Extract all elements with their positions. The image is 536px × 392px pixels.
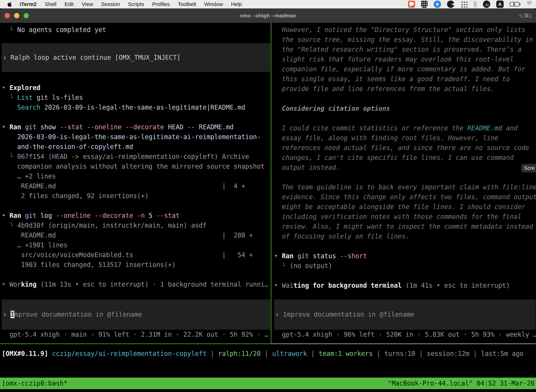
pane-divider[interactable] (271, 23, 271, 344)
terminal-line: and-the-erosion-of-copyleft.md (2, 142, 271, 152)
lightning-badge-icon[interactable] (434, 0, 441, 8)
badge-61-icon[interactable]: ..61 (483, 0, 490, 8)
tmux-session-label: [omx-cczip0:bash* (2, 378, 67, 389)
omx-status-line: [OMX#0.11.9] cczip/essay/ai-reimplementa… (2, 349, 523, 359)
menu-item-scripts[interactable]: Scripts (128, 1, 144, 7)
terminal-line: • Explored (2, 83, 271, 93)
terminal-line: companion file, especially if more comme… (274, 64, 536, 74)
terminal-line: gpt-5.4 xhigh · 96% left · 520K in · 5.8… (274, 330, 536, 340)
terminal-line: … +2 lines (2, 171, 271, 181)
terminal-line: references need actual files, and since … (274, 143, 536, 153)
terminal-line: 2026-03-09-is-legal-the-same-as-legitima… (2, 132, 271, 142)
terminal-line: … +1901 lines (2, 240, 271, 250)
blank-line (2, 112, 271, 122)
menu-item-help[interactable]: Help (231, 1, 242, 7)
menu-item-iterm2[interactable]: iTerm2 (20, 1, 37, 7)
terminal-line: src/voice/voiceModeEnabled.ts | 54 + (2, 250, 271, 260)
terminal-line: • Working (11m 13s • esc to interrupt) ·… (2, 280, 271, 289)
terminal-line: might be acceptable alongside the file l… (274, 202, 536, 212)
blank-line (274, 173, 536, 182)
ralph-loop-banner: › Ralph loop active continue [OMX_TMUX_I… (3, 53, 270, 62)
tmux-status-bar: [omx-cczip0:bash* "MacBook-Pro-44.local"… (0, 378, 536, 389)
menu-item-shell[interactable]: Shell (45, 1, 57, 7)
terminal-line: companion analysis without altering the … (2, 162, 271, 171)
blank-line (2, 270, 271, 280)
letter-a-app-icon[interactable]: A (496, 0, 504, 8)
pane-border-left-active (0, 344, 271, 344)
terminal-line: • Ran git status --short (274, 251, 536, 261)
tmux-pane-right[interactable]: However, I noticed the "Directory Struct… (274, 23, 536, 344)
terminal-line: changes, I can't cite specific file line… (274, 153, 536, 163)
chat-app-icon[interactable] (408, 1, 415, 8)
screen-share-overlay[interactable]: Scre (521, 164, 536, 172)
terminal-line: 2 files changed, 92 insertions(+) (2, 191, 271, 201)
terminal-line: • Ran git log --oneline --decorate -n 5 … (2, 211, 271, 221)
terminal-line: README.md | 280 + (2, 230, 271, 240)
terminal-line: evidence. Since this change only affects… (274, 192, 536, 202)
tmux-pane-left[interactable]: └ No agents completed yet› Ralph loop ac… (2, 23, 271, 344)
terminal-line: review. Also, I might want to inspect th… (274, 222, 536, 232)
terminal-line: output instead. (274, 163, 536, 173)
menu-item-toolbelt[interactable]: Toolbelt (178, 1, 196, 7)
terminal-line: the source tree, missing the essay. Stil… (274, 35, 536, 45)
tmux-host-clock-label: "MacBook-Pro-44.local" 04:52 31-Mar-26 (388, 378, 535, 389)
menu-item-profiles[interactable]: Profiles (152, 1, 170, 7)
blank-line (2, 35, 271, 43)
menu-bar: iTerm2ShellEditViewSessionScriptsProfile… (0, 0, 536, 9)
terminal-line: Search 2026-03-09-is-legal-the-same-as-l… (2, 103, 271, 112)
dots-grid-icon[interactable] (460, 1, 467, 8)
prompt-input[interactable]: › Improve documentation in @filename (274, 299, 536, 330)
menu-item-view[interactable]: View (82, 1, 93, 7)
ralph-loop-banner: › Ralph loop active continue [OMX_TMUX_I… (2, 43, 270, 72)
menu-items: iTerm2ShellEditViewSessionScriptsProfile… (20, 1, 242, 7)
prompt-input[interactable]: › Improve documentation in @filename (275, 310, 536, 319)
blank-line (2, 72, 271, 83)
terminal-line: └ (no output) (274, 261, 536, 271)
blank-line (2, 289, 271, 299)
terminal-line: However, I noticed the "Directory Struct… (274, 25, 536, 35)
menu-item-session[interactable]: Session (101, 1, 120, 7)
terminal-line: the "Related research writing" section i… (274, 45, 536, 54)
terminal-content: └ No agents completed yet› Ralph loop ac… (0, 23, 536, 392)
blank-line (274, 290, 536, 299)
terminal-line: slight risk that future readers may over… (274, 54, 536, 64)
terminal-line: • Ran git show --stat --oneline --decora… (2, 122, 271, 132)
terminal-line: Considering citation options (274, 104, 536, 113)
prompt-input[interactable]: › Improve documentation in @filename (2, 299, 270, 330)
pane-border-right-inactive (271, 344, 536, 344)
blank-line (274, 113, 536, 123)
terminal-line: essay file, along with finding root file… (274, 133, 536, 143)
blank-line (274, 94, 536, 104)
menu-item-edit[interactable]: Edit (65, 1, 74, 7)
screen-share-label: Scre (524, 165, 535, 171)
terminal-line: this single essay, it seems like a good … (274, 74, 536, 84)
terminal-line: gpt-5.4 xhigh · main · 91% left · 2.31M … (2, 330, 271, 340)
terminal-line: including verification notes with those … (274, 212, 536, 222)
terminal-line: └ 4b9d30f (origin/main, instructkr/main,… (2, 221, 271, 230)
terminal-line: The team guideline is to back every impo… (274, 182, 536, 192)
menu-status-icons: §..61A (408, 0, 533, 9)
terminal-line: I could cite commit statistics or refere… (274, 123, 536, 133)
squiggle-app-icon[interactable]: § (474, 1, 477, 8)
shield-grid-icon[interactable] (421, 0, 428, 8)
wifi-icon[interactable] (526, 1, 533, 7)
terminal-line: └ List git ls-files (2, 93, 271, 103)
window-title-bar: omx --xhigh --madmax ⌥⌘1 (0, 9, 536, 23)
terminal-line: README.md | 4 + (2, 181, 271, 191)
apple-menu-icon[interactable] (7, 1, 13, 7)
pacman-app-icon[interactable] (447, 0, 455, 8)
terminal-line: of focusing solely on file lines. (274, 232, 536, 241)
window-title: omx --xhigh --madmax (0, 13, 536, 19)
window-shortcut-badge: ⌥⌘1 (518, 13, 532, 19)
battery-icon[interactable] (510, 2, 519, 6)
blank-line (274, 271, 536, 281)
terminal-line: └ 067f154 (HEAD -> essay/ai-reimplementa… (2, 152, 271, 162)
terminal-line: provide file and line references from th… (274, 84, 536, 94)
blank-line (2, 201, 271, 211)
terminal-line: • Waiting for background terminal (1m 41… (274, 281, 536, 290)
terminal-line: └ No agents completed yet (2, 25, 271, 35)
blank-line (274, 241, 536, 251)
prompt-input[interactable]: › Improve documentation in @filename (3, 310, 270, 319)
terminal-line: 1903 files changed, 513517 insertions(+) (2, 260, 271, 270)
menu-item-window[interactable]: Window (204, 1, 223, 7)
